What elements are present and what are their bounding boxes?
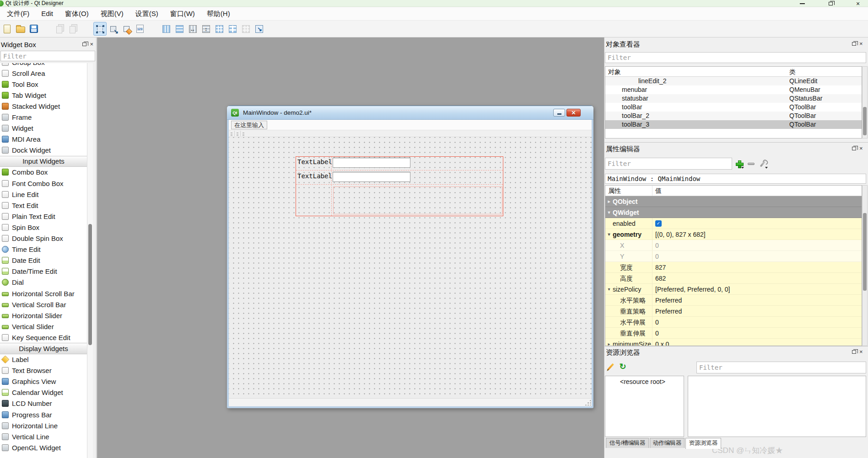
property-value[interactable]: 0	[655, 328, 659, 339]
layout-form-icon[interactable]	[226, 22, 239, 36]
resource-tree-pane[interactable]: <resource root>	[605, 376, 684, 437]
widget-list-item[interactable]: Text Browser	[0, 365, 87, 376]
object-row[interactable]: toolBar QToolBar	[605, 103, 862, 112]
widget-list-item[interactable]: Plain Text Edit	[0, 211, 87, 222]
property-filter-input[interactable]	[605, 158, 732, 170]
open-form-icon[interactable]	[14, 22, 27, 36]
property-value[interactable]: [(0, 0), 827 x 682]	[655, 229, 706, 240]
property-table-scrollbar[interactable]	[862, 185, 868, 346]
property-row[interactable]: ▾ geometry [(0, 0), 827 x 682]	[605, 229, 862, 240]
empty-layout-cell[interactable]	[333, 186, 502, 214]
expander-icon[interactable]: ▾	[605, 284, 613, 295]
layout-horizontally-icon[interactable]	[160, 22, 173, 36]
widget-list-item[interactable]: Frame	[0, 112, 87, 122]
property-value[interactable]: [Preferred, Preferred, 0, 0]	[655, 284, 730, 295]
property-row[interactable]: 宽度 827	[605, 262, 862, 273]
widget-list-scrollbar[interactable]	[87, 63, 93, 458]
object-row[interactable]: menubar QMenuBar	[605, 85, 862, 94]
property-row[interactable]: ▸ minimumSize 0 x 0	[605, 339, 862, 346]
property-value[interactable]: 0	[655, 317, 659, 328]
property-row[interactable]: Y 0	[605, 251, 862, 262]
menu-item[interactable]: 设置(S)	[129, 7, 164, 20]
widget-list-item[interactable]: Vertical Slider	[0, 321, 87, 332]
tab-resource-browser[interactable]: 资源浏览器	[685, 438, 721, 449]
paste-icon[interactable]	[67, 22, 80, 36]
property-row[interactable]: 水平伸展 0	[605, 317, 862, 328]
form-close-button[interactable]: ✕	[566, 109, 581, 117]
expander-icon[interactable]: ▸	[605, 196, 613, 207]
property-value[interactable]: 827	[655, 262, 666, 273]
copy-icon[interactable]	[54, 22, 67, 36]
edit-tab-order-icon[interactable]	[133, 22, 146, 36]
widget-list-item[interactable]: Progress Bar	[0, 409, 87, 420]
remove-dynamic-property-button[interactable]	[746, 158, 756, 169]
toolbar-drag-handle[interactable]	[243, 132, 244, 136]
resource-root-item[interactable]: <resource root>	[605, 376, 684, 385]
save-form-icon[interactable]	[27, 22, 40, 36]
float-panel-icon[interactable]	[852, 42, 856, 46]
widget-list-item[interactable]: Horizontal Slider	[0, 310, 87, 321]
property-row[interactable]: 高度 682	[605, 273, 862, 284]
widget-list-item[interactable]: Horizontal Line	[0, 420, 87, 431]
close-panel-icon[interactable]: ×	[859, 41, 863, 47]
menu-item[interactable]: 帮助(H)	[201, 7, 236, 20]
menu-item[interactable]: 窗口(W)	[164, 7, 201, 20]
edit-widgets-mode-icon[interactable]	[93, 22, 107, 36]
adjust-size-icon[interactable]	[253, 22, 266, 36]
type-here-menu-item[interactable]: 在这里输入	[231, 121, 267, 129]
property-value[interactable]: Preferred	[655, 306, 682, 317]
scrollbar-thumb[interactable]	[863, 107, 867, 135]
property-row[interactable]: 水平策略 Preferred	[605, 295, 862, 306]
widget-list-item[interactable]: OpenGL Widget	[0, 442, 87, 453]
widget-list-item[interactable]: Dial	[0, 277, 87, 288]
scrollbar-thumb[interactable]	[88, 224, 92, 345]
close-panel-icon[interactable]: ×	[90, 42, 93, 47]
minimize-button[interactable]	[795, 0, 809, 7]
widget-list-item[interactable]: Line Edit	[0, 189, 87, 200]
widget-list-item[interactable]: LCD Number	[0, 398, 87, 409]
resource-filter-input[interactable]	[696, 362, 866, 373]
form-editor-window[interactable]: Qt MainWindow - demo2.ui* ✕ 在这里输入	[227, 106, 593, 408]
widget-list-item[interactable]: Key Sequence Edit	[0, 332, 87, 343]
widget-list-item[interactable]: Time Edit	[0, 244, 87, 255]
property-row[interactable]: ▸ QObject	[605, 196, 862, 207]
widget-list-item[interactable]: Vertical Line	[0, 431, 87, 442]
close-panel-icon[interactable]: ×	[859, 349, 863, 355]
property-row[interactable]: 垂直策略 Preferred	[605, 306, 862, 317]
property-value[interactable]: 0	[655, 240, 659, 251]
widget-list-item[interactable]: Text Edit	[0, 200, 87, 211]
widget-list-item[interactable]: Label	[0, 354, 87, 365]
reload-resources-button[interactable]: ↻	[618, 361, 628, 372]
float-panel-icon[interactable]	[852, 350, 856, 354]
float-panel-icon[interactable]	[82, 43, 86, 46]
expander-icon[interactable]: ▾	[605, 207, 613, 218]
widget-list-item[interactable]: MDI Area	[0, 134, 87, 145]
enabled-checkbox[interactable]: ✓	[655, 220, 662, 227]
widget-list-item[interactable]: Graphics View	[0, 376, 87, 387]
add-dynamic-property-button[interactable]	[734, 158, 744, 169]
object-row[interactable]: toolBar_3 QToolBar	[605, 120, 862, 129]
widget-box-filter-input[interactable]	[0, 51, 95, 61]
line-edit-widget[interactable]	[333, 172, 410, 182]
widget-list-item[interactable]: Date/Time Edit	[0, 266, 87, 277]
layout-grid-icon[interactable]	[213, 22, 226, 36]
text-label-widget[interactable]: TextLabel	[297, 172, 332, 180]
edit-resources-button[interactable]	[606, 361, 616, 372]
text-label-widget[interactable]: TextLabel	[297, 158, 332, 165]
break-layout-icon[interactable]	[239, 22, 253, 36]
menu-item[interactable]: 视图(V)	[95, 7, 129, 20]
new-form-icon[interactable]	[0, 22, 14, 36]
widget-list-item[interactable]: Display Widgets	[0, 343, 87, 354]
close-button[interactable]: ×	[851, 0, 865, 7]
maximize-button[interactable]	[824, 0, 837, 7]
object-row[interactable]: statusbar QStatusBar	[605, 94, 862, 103]
expander-icon[interactable]: ▸	[605, 339, 613, 346]
toolbar-drag-handle[interactable]	[231, 132, 232, 136]
form-window-titlebar[interactable]: Qt MainWindow - demo2.ui* ✕	[227, 106, 593, 120]
property-value[interactable]: 0 x 0	[655, 339, 669, 346]
property-row[interactable]: ▾ QWidget	[605, 207, 862, 218]
scrollbar-thumb[interactable]	[863, 213, 867, 291]
menu-item[interactable]: 文件(F)	[1, 7, 35, 20]
widget-list-item[interactable]: Vertical Scroll Bar	[0, 299, 87, 310]
widget-list-item[interactable]: Calendar Widget	[0, 387, 87, 398]
